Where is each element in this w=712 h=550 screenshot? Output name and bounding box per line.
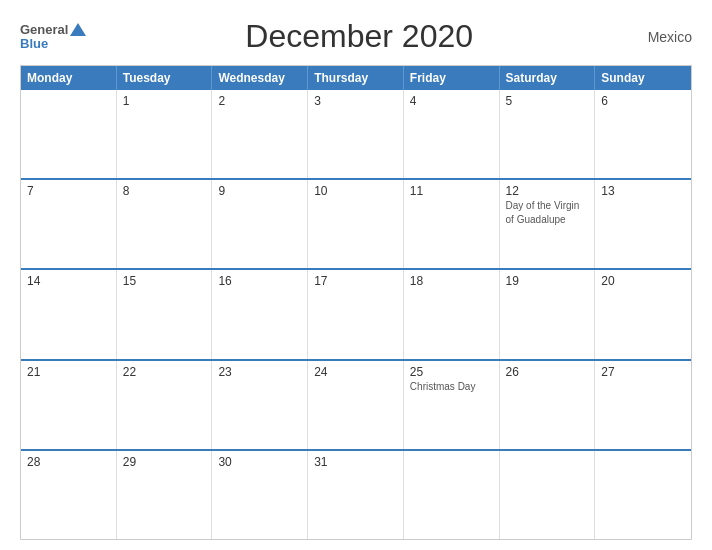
calendar-cell-w1-d7: 6 (595, 90, 691, 178)
calendar-cell-w5-d5 (404, 451, 500, 539)
calendar-cell-w4-d4: 24 (308, 361, 404, 449)
cell-date-number: 29 (123, 455, 206, 469)
calendar-cell-w2-d3: 9 (212, 180, 308, 268)
calendar-cell-w3-d4: 17 (308, 270, 404, 358)
page: General Blue December 2020 Mexico Monday… (0, 0, 712, 550)
cell-date-number: 25 (410, 365, 493, 379)
calendar-cell-w2-d4: 10 (308, 180, 404, 268)
calendar-cell-w3-d5: 18 (404, 270, 500, 358)
calendar: Monday Tuesday Wednesday Thursday Friday… (20, 65, 692, 540)
calendar-title: December 2020 (86, 18, 632, 55)
cell-date-number: 19 (506, 274, 589, 288)
cell-date-number: 13 (601, 184, 685, 198)
calendar-cell-w1-d6: 5 (500, 90, 596, 178)
calendar-cell-w4-d6: 26 (500, 361, 596, 449)
cell-event-label: Day of the Virgin of Guadalupe (506, 200, 580, 225)
calendar-cell-w5-d4: 31 (308, 451, 404, 539)
logo-general-text: General (20, 23, 86, 37)
calendar-cell-w4-d5: 25Christmas Day (404, 361, 500, 449)
header-sunday: Sunday (595, 66, 691, 90)
cell-date-number: 28 (27, 455, 110, 469)
calendar-cell-w4-d3: 23 (212, 361, 308, 449)
calendar-cell-w3-d1: 14 (21, 270, 117, 358)
calendar-cell-w3-d6: 19 (500, 270, 596, 358)
cell-date-number: 14 (27, 274, 110, 288)
logo-blue-text: Blue (20, 37, 86, 50)
cell-date-number: 24 (314, 365, 397, 379)
cell-date-number: 21 (27, 365, 110, 379)
cell-date-number: 15 (123, 274, 206, 288)
calendar-cell-w5-d6 (500, 451, 596, 539)
calendar-cell-w1-d2: 1 (117, 90, 213, 178)
calendar-week-1: 123456 (21, 90, 691, 178)
calendar-cell-w5-d1: 28 (21, 451, 117, 539)
cell-date-number: 11 (410, 184, 493, 198)
header-monday: Monday (21, 66, 117, 90)
calendar-cell-w2-d6: 12Day of the Virgin of Guadalupe (500, 180, 596, 268)
calendar-header: Monday Tuesday Wednesday Thursday Friday… (21, 66, 691, 90)
calendar-body: 123456789101112Day of the Virgin of Guad… (21, 90, 691, 539)
calendar-cell-w3-d2: 15 (117, 270, 213, 358)
cell-date-number: 3 (314, 94, 397, 108)
cell-date-number: 30 (218, 455, 301, 469)
calendar-cell-w1-d4: 3 (308, 90, 404, 178)
calendar-cell-w1-d3: 2 (212, 90, 308, 178)
logo: General Blue (20, 23, 86, 50)
calendar-week-5: 28293031 (21, 449, 691, 539)
header-thursday: Thursday (308, 66, 404, 90)
cell-date-number: 12 (506, 184, 589, 198)
calendar-cell-w3-d3: 16 (212, 270, 308, 358)
calendar-cell-w4-d7: 27 (595, 361, 691, 449)
calendar-cell-w2-d7: 13 (595, 180, 691, 268)
cell-date-number: 31 (314, 455, 397, 469)
cell-date-number: 22 (123, 365, 206, 379)
header-saturday: Saturday (500, 66, 596, 90)
calendar-cell-w5-d2: 29 (117, 451, 213, 539)
calendar-week-4: 2122232425Christmas Day2627 (21, 359, 691, 449)
header-friday: Friday (404, 66, 500, 90)
logo-triangle-icon (70, 23, 86, 36)
cell-event-label: Christmas Day (410, 381, 476, 392)
cell-date-number: 26 (506, 365, 589, 379)
cell-date-number: 2 (218, 94, 301, 108)
cell-date-number: 17 (314, 274, 397, 288)
calendar-cell-w4-d1: 21 (21, 361, 117, 449)
cell-date-number: 27 (601, 365, 685, 379)
header-wednesday: Wednesday (212, 66, 308, 90)
cell-date-number: 18 (410, 274, 493, 288)
cell-date-number: 10 (314, 184, 397, 198)
calendar-week-3: 14151617181920 (21, 268, 691, 358)
header: General Blue December 2020 Mexico (20, 18, 692, 55)
cell-date-number: 4 (410, 94, 493, 108)
cell-date-number: 5 (506, 94, 589, 108)
calendar-week-2: 789101112Day of the Virgin of Guadalupe1… (21, 178, 691, 268)
cell-date-number: 7 (27, 184, 110, 198)
cell-date-number: 9 (218, 184, 301, 198)
cell-date-number: 6 (601, 94, 685, 108)
cell-date-number: 16 (218, 274, 301, 288)
calendar-cell-w1-d5: 4 (404, 90, 500, 178)
header-tuesday: Tuesday (117, 66, 213, 90)
cell-date-number: 8 (123, 184, 206, 198)
calendar-cell-w2-d1: 7 (21, 180, 117, 268)
calendar-cell-w3-d7: 20 (595, 270, 691, 358)
calendar-cell-w2-d2: 8 (117, 180, 213, 268)
cell-date-number: 1 (123, 94, 206, 108)
calendar-cell-w2-d5: 11 (404, 180, 500, 268)
calendar-cell-w1-d1 (21, 90, 117, 178)
country-label: Mexico (632, 29, 692, 45)
cell-date-number: 23 (218, 365, 301, 379)
cell-date-number: 20 (601, 274, 685, 288)
calendar-cell-w5-d3: 30 (212, 451, 308, 539)
calendar-cell-w4-d2: 22 (117, 361, 213, 449)
calendar-cell-w5-d7 (595, 451, 691, 539)
